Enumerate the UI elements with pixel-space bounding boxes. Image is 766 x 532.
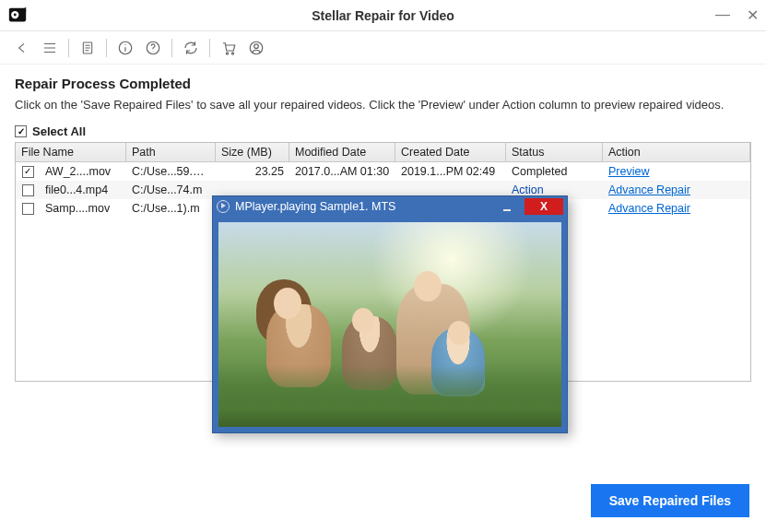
- cell-created: 2019.1...PM 02:49: [395, 163, 506, 180]
- toolbar: [0, 31, 766, 65]
- cart-icon[interactable]: [216, 35, 242, 61]
- notes-icon[interactable]: [75, 35, 100, 61]
- title-bar: Stellar Repair for Video — ✕: [0, 0, 766, 31]
- mplayer-app-icon: [217, 200, 230, 213]
- video-preview: [218, 222, 561, 427]
- minimize-button[interactable]: —: [715, 6, 730, 24]
- svg-point-7: [231, 52, 233, 53]
- refresh-icon[interactable]: [178, 35, 204, 61]
- col-header-action[interactable]: Action: [603, 143, 750, 161]
- row-checkbox[interactable]: [22, 184, 34, 196]
- cell-modified: [289, 188, 395, 192]
- svg-point-9: [254, 43, 259, 48]
- action-link-advance-repair[interactable]: Advance Repair: [608, 183, 690, 196]
- mplayer-title: MPlayer.playing Sample1. MTS: [235, 200, 489, 213]
- menu-icon[interactable]: [37, 35, 63, 61]
- svg-point-6: [226, 52, 228, 53]
- cell-size: 23.25: [216, 163, 289, 180]
- help-icon[interactable]: [140, 35, 166, 61]
- select-all-row[interactable]: Select All: [15, 124, 751, 138]
- save-repaired-files-button[interactable]: Save Repaired Files: [591, 484, 749, 517]
- cell-created: [395, 188, 506, 192]
- col-header-modified[interactable]: Modified Date: [289, 143, 395, 161]
- close-button[interactable]: ✕: [747, 6, 759, 24]
- col-header-created[interactable]: Created Date: [395, 143, 506, 161]
- mplayer-minimize-button[interactable]: [495, 198, 519, 215]
- separator: [106, 39, 107, 57]
- separator: [209, 39, 210, 57]
- user-icon[interactable]: [243, 35, 269, 61]
- back-icon[interactable]: [9, 35, 35, 61]
- app-logo-icon: [7, 6, 28, 26]
- action-link-preview[interactable]: Preview: [608, 165, 649, 178]
- cell-path: C:/Use...1).m: [126, 200, 216, 217]
- separator: [68, 39, 69, 57]
- col-header-name[interactable]: File Name: [16, 143, 126, 161]
- mplayer-body: [213, 217, 567, 432]
- page-subtext: Click on the 'Save Repaired Files' to sa…: [15, 97, 751, 113]
- cell-path: C:/Use...59.mov: [126, 163, 216, 180]
- cell-path: C:/Use...74.m: [126, 182, 216, 198]
- select-all-checkbox[interactable]: [15, 125, 27, 137]
- cell-size: [216, 188, 289, 192]
- row-checkbox[interactable]: [22, 166, 34, 178]
- table-row[interactable]: AW_2....mov C:/Use...59.mov 23.25 2017.0…: [16, 162, 750, 181]
- row-checkbox[interactable]: [22, 203, 34, 215]
- cell-name: file0...4.mp4: [40, 182, 126, 198]
- select-all-label: Select All: [32, 124, 86, 138]
- action-link-advance-repair[interactable]: Advance Repair: [608, 202, 690, 215]
- mplayer-window[interactable]: MPlayer.playing Sample1. MTS X: [212, 195, 568, 433]
- cell-status: Completed: [506, 163, 603, 180]
- col-header-path[interactable]: Path: [126, 143, 216, 161]
- svg-point-2: [14, 13, 17, 16]
- mplayer-close-button[interactable]: X: [524, 198, 563, 215]
- window-controls: — ✕: [715, 6, 759, 24]
- col-header-size[interactable]: Size (MB): [216, 143, 289, 161]
- window-title: Stellar Repair for Video: [312, 8, 454, 23]
- mplayer-title-bar[interactable]: MPlayer.playing Sample1. MTS X: [213, 196, 567, 217]
- separator: [171, 39, 172, 57]
- cell-name: Samp....mov: [40, 200, 126, 217]
- col-header-status[interactable]: Status: [506, 143, 603, 161]
- cell-name: AW_2....mov: [40, 163, 126, 180]
- cell-modified: 2017.0...AM 01:30: [289, 163, 395, 180]
- table-header: File Name Path Size (MB) Modified Date C…: [16, 143, 750, 162]
- info-icon[interactable]: [112, 35, 138, 61]
- page-heading: Repair Process Completed: [15, 76, 751, 91]
